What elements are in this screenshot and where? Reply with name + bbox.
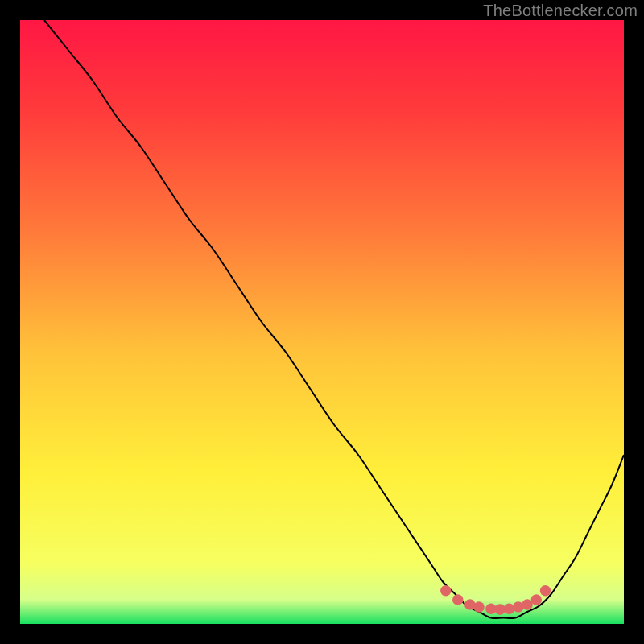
- gradient-plot-area: [20, 20, 624, 624]
- bottleneck-chart: [20, 20, 624, 624]
- optimal-marker: [473, 601, 485, 613]
- optimal-marker: [452, 594, 464, 605]
- optimal-marker: [531, 594, 543, 605]
- optimal-marker: [504, 604, 515, 615]
- optimal-marker: [540, 585, 551, 597]
- watermark-text: TheBottlenecker.com: [483, 2, 638, 20]
- optimal-marker: [440, 585, 452, 597]
- chart-container: TheBottlenecker.com: [0, 0, 644, 644]
